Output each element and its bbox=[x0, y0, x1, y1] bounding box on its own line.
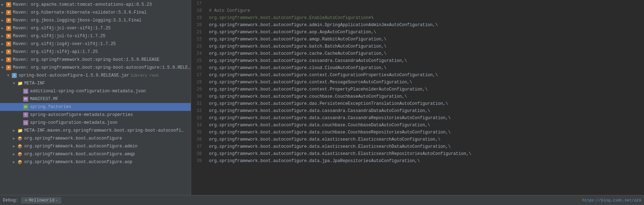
tree-label-pkg-autoconfigure-admin: org.springframework.boot.autoconfigure.a… bbox=[24, 144, 138, 149]
tree-icon-pkg-autoconfigure-aop: 📦 bbox=[17, 159, 23, 165]
tree-item-spring-boot-autoconfigure-jar[interactable]: ▼Jspring-boot-autoconfigure-1.5.9.RELEAS… bbox=[0, 72, 191, 79]
code-line-34: 34org.springframework.boot.autoconfigure… bbox=[191, 122, 644, 129]
debug-icon: ● bbox=[25, 198, 27, 203]
line-content-38: org.springframework.boot.autoconfigure.d… bbox=[205, 151, 471, 156]
line-content-28: org.springframework.boot.autoconfigure.c… bbox=[205, 80, 412, 85]
tree-item-pkg-autoconfigure-amqp[interactable]: ▶📦org.springframework.boot.autoconfigure… bbox=[0, 150, 191, 158]
tree-item-pkg-autoconfigure-aop[interactable]: ▶📦org.springframework.boot.autoconfigure… bbox=[0, 158, 191, 166]
code-line-22: 22org.springframework.boot.autoconfigure… bbox=[191, 36, 644, 43]
value-text: org.springframework.boot.autoconfigure.d… bbox=[209, 101, 448, 106]
tree-icon-maven-spring-boot: M bbox=[6, 57, 11, 63]
tree-item-spring-autoconfigure-metadata[interactable]: Pspring-autoconfigure-metadata.propertie… bbox=[0, 111, 191, 119]
line-content-27: org.springframework.boot.autoconfigure.c… bbox=[205, 73, 438, 78]
line-number-20: 20 bbox=[191, 23, 205, 28]
key-text: org.springframework.boot.autoconfigure.E… bbox=[209, 15, 368, 20]
tree-item-meta-inf-maven[interactable]: ▶📁META-INF.maven.org.springframework.boo… bbox=[0, 127, 191, 135]
code-line-21: 21org.springframework.boot.autoconfigure… bbox=[191, 29, 644, 36]
tree-item-maven-tomcat[interactable]: ▶MMaven: org.apache.tomcat:tomcat-annota… bbox=[0, 1, 191, 9]
tree-icon-manifest: MF bbox=[23, 96, 29, 102]
tree-item-spring-factories[interactable]: SFspring.factories bbox=[0, 103, 191, 111]
tree-label-spring-autoconfigure-metadata: spring-autoconfigure-metadata.properties bbox=[30, 112, 133, 117]
line-content-26: org.springframework.boot.autoconfigure.c… bbox=[205, 65, 386, 70]
tree-label-pkg-autoconfigure-amqp: org.springframework.boot.autoconfigure.a… bbox=[24, 152, 135, 157]
tree-label-pkg-autoconfigure: org.springframework.boot.autoconfigure bbox=[24, 136, 122, 141]
tree-icon-pkg-autoconfigure-amqp: 📦 bbox=[17, 151, 23, 157]
tree-item-maven-slf4j-jcl[interactable]: ▶MMaven: org.slf4j:jcl-over-slf4j:1.7.25 bbox=[0, 24, 191, 32]
tree-arrow-maven-slf4j-log4j: ▶ bbox=[1, 42, 6, 46]
tree-arrow-maven-slf4j-jul: ▶ bbox=[1, 34, 6, 38]
value-text: org.springframework.boot.autoconfigure.c… bbox=[209, 58, 407, 63]
tree-icon-maven-slf4j-jcl: M bbox=[6, 25, 11, 31]
value-text: org.springframework.boot.autoconfigure.c… bbox=[209, 87, 428, 92]
tree-item-maven-slf4j-jul[interactable]: ▶MMaven: org.slf4j:jul-to-slf4j:1.7.25 bbox=[0, 32, 191, 40]
tree-item-maven-spring-boot-autoconfigure[interactable]: ▼MMaven: org.springframework.boot:spring… bbox=[0, 64, 191, 72]
code-line-23: 23org.springframework.boot.autoconfigure… bbox=[191, 43, 644, 50]
comment-text: # Auto Configure bbox=[209, 8, 250, 13]
tree-item-maven-hibernate[interactable]: ▶MMaven: org.hibernate:hibernate-validat… bbox=[0, 9, 191, 16]
tree-arrow-pkg-autoconfigure-amqp: ▶ bbox=[13, 152, 17, 156]
tree-label-maven-jboss: Maven: org.jboss.logging:jboss-logging:3… bbox=[13, 18, 141, 23]
value-text: org.springframework.boot.autoconfigure.a… bbox=[209, 23, 438, 28]
tree-item-pkg-autoconfigure[interactable]: ▶📦org.springframework.boot.autoconfigure bbox=[0, 135, 191, 142]
tree-arrow-maven-hibernate: ▶ bbox=[1, 10, 6, 15]
line-number-22: 22 bbox=[191, 37, 205, 42]
value-text: org.springframework.boot.autoconfigure.d… bbox=[209, 116, 451, 121]
value-text: org.springframework.boot.autoconfigure.c… bbox=[209, 73, 438, 78]
value-text: org.springframework.boot.autoconfigure.d… bbox=[209, 108, 430, 113]
tree-arrow-pkg-autoconfigure: ▶ bbox=[13, 136, 17, 141]
tree-arrow-spring-boot-autoconfigure-jar: ▼ bbox=[7, 74, 11, 78]
tree-label-maven-spring-boot-autoconfigure: Maven: org.springframework.boot:spring-b… bbox=[13, 65, 190, 70]
tree-arrow-maven-slf4j-jcl: ▶ bbox=[1, 26, 6, 30]
tree-label-additional-spring: additional-spring-configuration-metadata… bbox=[30, 89, 146, 94]
tree-item-maven-jboss[interactable]: ▶MMaven: org.jboss.logging:jboss-logging… bbox=[0, 16, 191, 24]
tree-item-meta-inf[interactable]: ▼📁META-INF bbox=[0, 79, 191, 87]
debug-label: Debug: bbox=[3, 198, 18, 203]
tree-icon-meta-inf: 📁 bbox=[17, 80, 23, 86]
code-line-18: 18# Auto Configure bbox=[191, 7, 644, 14]
line-number-23: 23 bbox=[191, 44, 205, 49]
line-content-25: org.springframework.boot.autoconfigure.c… bbox=[205, 58, 407, 63]
line-content-29: org.springframework.boot.autoconfigure.c… bbox=[205, 87, 428, 92]
code-line-25: 25org.springframework.boot.autoconfigure… bbox=[191, 57, 644, 64]
tree-icon-maven-slf4j-log4j: M bbox=[6, 41, 11, 47]
line-content-23: org.springframework.boot.autoconfigure.b… bbox=[205, 44, 386, 49]
line-content-34: org.springframework.boot.autoconfigure.d… bbox=[205, 123, 430, 128]
line-number-18: 18 bbox=[191, 8, 205, 13]
tree-item-spring-configuration-metadata[interactable]: {}spring-configuration-metadata.json bbox=[0, 119, 191, 127]
tree-item-maven-slf4j-api[interactable]: ▶MMaven: org.slf4j:slf4j-api:1.7.25 bbox=[0, 48, 191, 56]
tree-label-maven-slf4j-jul: Maven: org.slf4j:jul-to-slf4j:1.7.25 bbox=[13, 34, 105, 39]
value-text: org.springframework.boot.autoconfigure.c… bbox=[209, 80, 412, 85]
tree-arrow-maven-slf4j-api: ▶ bbox=[1, 50, 6, 54]
main-area: ▶MMaven: org.apache.tomcat:tomcat-annota… bbox=[0, 0, 644, 195]
tree-label-spring-configuration-metadata: spring-configuration-metadata.json bbox=[30, 120, 118, 125]
line-content-33: org.springframework.boot.autoconfigure.d… bbox=[205, 116, 451, 121]
tree-label-maven-tomcat: Maven: org.apache.tomcat:tomcat-annotati… bbox=[13, 2, 152, 7]
tree-arrow-maven-spring-boot-autoconfigure: ▼ bbox=[1, 66, 6, 70]
tree-item-manifest[interactable]: MFMANIFEST.MF bbox=[0, 95, 191, 103]
value-text: org.springframework.boot.autoconfigure.c… bbox=[209, 65, 386, 70]
line-number-27: 27 bbox=[191, 73, 205, 78]
tree-icon-spring-autoconfigure-metadata: P bbox=[23, 112, 29, 118]
line-number-25: 25 bbox=[191, 58, 205, 63]
tree-label-maven-hibernate: Maven: org.hibernate:hibernate-validator… bbox=[13, 10, 146, 15]
bottom-right-info: https://blog.csdn.net/q19 bbox=[582, 198, 641, 202]
file-tree-panel: ▶MMaven: org.apache.tomcat:tomcat-annota… bbox=[0, 0, 191, 195]
line-number-26: 26 bbox=[191, 65, 205, 70]
tree-icon-maven-slf4j-jul: M bbox=[6, 33, 11, 39]
tree-item-maven-slf4j-log4j[interactable]: ▶MMaven: org.slf4j:log4j-over-slf4j:1.7.… bbox=[0, 40, 191, 48]
tree-icon-maven-tomcat: M bbox=[6, 2, 11, 8]
tree-label-meta-inf: META-INF bbox=[24, 81, 45, 86]
tree-label-maven-slf4j-api: Maven: org.slf4j:slf4j-api:1.7.25 bbox=[13, 49, 98, 54]
line-number-36: 36 bbox=[191, 137, 205, 142]
tree-item-additional-spring[interactable]: {}additional-spring-configuration-metada… bbox=[0, 87, 191, 95]
tree-icon-maven-hibernate: M bbox=[6, 10, 11, 15]
tree-item-maven-spring-boot[interactable]: ▶MMaven: org.springframework.boot:spring… bbox=[0, 56, 191, 64]
debug-tab[interactable]: ● Helloworld ✕ bbox=[21, 197, 61, 204]
tree-arrow-pkg-autoconfigure-admin: ▶ bbox=[13, 144, 17, 148]
code-line-32: 32org.springframework.boot.autoconfigure… bbox=[191, 107, 644, 114]
tree-item-pkg-autoconfigure-admin[interactable]: ▶📦org.springframework.boot.autoconfigure… bbox=[0, 142, 191, 150]
line-content-18: # Auto Configure bbox=[205, 8, 250, 13]
line-number-19: 19 bbox=[191, 15, 205, 20]
tree-label-maven-spring-boot: Maven: org.springframework.boot:spring-b… bbox=[13, 57, 159, 62]
close-icon[interactable]: ✕ bbox=[56, 198, 58, 202]
